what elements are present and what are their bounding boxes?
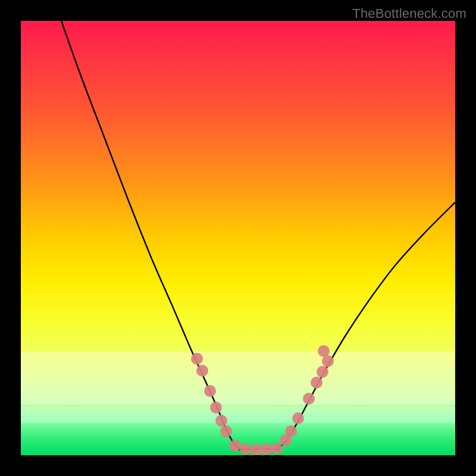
- data-marker: [210, 402, 222, 414]
- data-marker: [318, 345, 330, 357]
- data-marker: [220, 425, 232, 437]
- data-marker: [311, 377, 322, 389]
- data-marker: [317, 366, 328, 378]
- data-marker: [191, 353, 203, 365]
- data-marker: [250, 444, 262, 455]
- data-marker: [215, 415, 227, 427]
- data-marker: [285, 425, 297, 437]
- data-marker: [240, 443, 252, 455]
- data-marker: [204, 385, 216, 397]
- bottleneck-curve: [61, 21, 455, 450]
- data-marker: [229, 440, 241, 452]
- data-marker: [271, 443, 283, 455]
- chart-frame: TheBottleneck.com: [0, 0, 476, 476]
- curve-layer: [21, 21, 455, 455]
- data-marker: [261, 443, 273, 455]
- watermark-text: TheBottleneck.com: [352, 6, 466, 21]
- data-marker: [196, 365, 208, 377]
- data-marker: [292, 412, 304, 424]
- plot-area: [21, 21, 455, 455]
- data-marker: [303, 393, 315, 405]
